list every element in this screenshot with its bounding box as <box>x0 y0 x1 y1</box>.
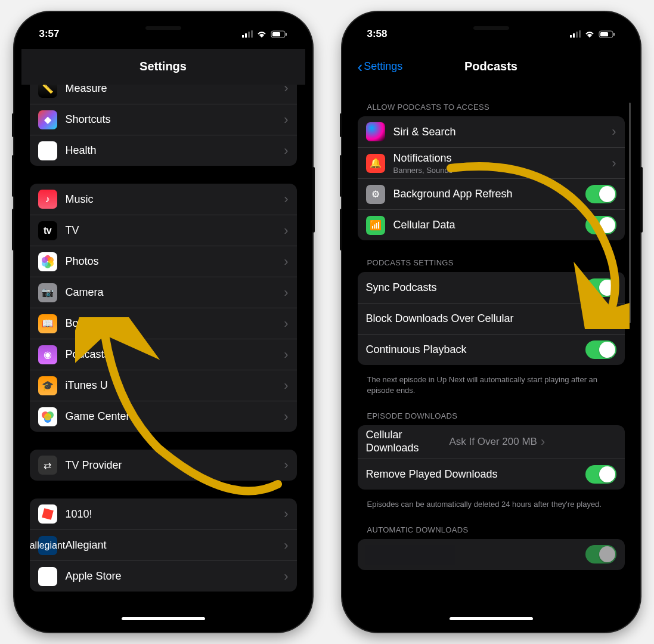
row-measure[interactable]: 📏 Measure › <box>30 85 297 104</box>
chevron-right-icon: › <box>284 538 288 553</box>
podcasts-content[interactable]: ALLOW PODCASTS TO ACCESS Siri & Search ›… <box>349 85 633 625</box>
music-icon: ♪ <box>38 190 57 209</box>
chevron-right-icon: › <box>284 409 288 425</box>
nav-header: Settings <box>21 49 305 85</box>
svg-rect-5 <box>286 33 287 36</box>
row-applestore[interactable]: Apple Store › <box>30 561 297 592</box>
row-label: Apple Store <box>66 570 284 583</box>
volume-down <box>12 209 14 250</box>
row-label: Continuous Playback <box>366 343 585 356</box>
chevron-right-icon: › <box>284 457 288 473</box>
toggle-block-cellular[interactable] <box>585 309 616 328</box>
row-allegiant[interactable]: allegiant Allegiant › <box>30 530 297 561</box>
app-applestore-icon <box>38 567 57 586</box>
camera-icon: 📷 <box>38 283 57 302</box>
health-icon: ♥ <box>38 141 57 160</box>
section-header: AUTOMATIC DOWNLOADS <box>358 525 625 539</box>
row-tv-provider[interactable]: ⇄ TV Provider › <box>30 450 297 481</box>
itunesu-icon: 🎓 <box>38 376 57 395</box>
volume-down <box>340 209 342 250</box>
chevron-right-icon: › <box>284 223 288 239</box>
row-label: Remove Played Downloads <box>366 468 585 481</box>
svg-rect-17 <box>613 33 615 36</box>
svg-rect-12 <box>570 35 572 38</box>
ringer-switch <box>12 113 14 137</box>
row-photos[interactable]: Photos › <box>30 246 297 277</box>
row-sublabel: Banners, Sounds <box>393 166 612 175</box>
svg-rect-18 <box>600 32 608 36</box>
row-label: Game Center <box>66 410 284 423</box>
settings-content[interactable]: 📏 Measure › ◆ Shortcuts › ♥ Health › <box>21 85 305 625</box>
row-background-refresh[interactable]: ⚙ Background App Refresh <box>358 178 625 209</box>
row-label: Podcasts <box>66 348 284 361</box>
automatic-downloads-group <box>358 539 625 570</box>
toggle-cellular-data[interactable] <box>585 216 616 234</box>
row-label <box>366 548 585 561</box>
row-remove-played[interactable]: Remove Played Downloads <box>358 459 625 490</box>
row-gamecenter[interactable]: Game Center › <box>30 401 297 432</box>
chevron-right-icon: › <box>284 347 288 363</box>
row-1010[interactable]: 1010! › <box>30 499 297 530</box>
chevron-right-icon: › <box>612 124 616 140</box>
row-cellular-data[interactable]: 📶 Cellular Data <box>358 209 625 240</box>
row-music[interactable]: ♪ Music › <box>30 184 297 215</box>
row-health[interactable]: ♥ Health › <box>30 135 297 166</box>
episode-downloads-group: Cellular Downloads Ask If Over 200 MB › … <box>358 425 625 489</box>
measure-icon: 📏 <box>38 85 57 98</box>
row-books[interactable]: 📖 Books › <box>30 308 297 339</box>
status-time: 3:58 <box>367 28 388 40</box>
chevron-right-icon: › <box>284 191 288 207</box>
row-automatic-item[interactable] <box>358 539 625 570</box>
row-notifications[interactable]: 🔔 Notifications Banners, Sounds › <box>358 147 625 178</box>
svg-rect-2 <box>248 32 250 38</box>
row-label: Notifications <box>393 152 612 165</box>
row-podcasts[interactable]: ◉ Podcasts › <box>30 339 297 370</box>
cellular-signal-icon <box>242 30 253 38</box>
svg-rect-13 <box>573 33 575 38</box>
notch <box>113 19 214 39</box>
chevron-left-icon: ‹ <box>358 59 363 75</box>
toggle-automatic[interactable] <box>585 545 616 564</box>
toggle-remove-played[interactable] <box>585 465 616 484</box>
settings-group: 1010! › allegiant Allegiant › Apple Stor… <box>30 499 297 592</box>
row-label: Shortcuts <box>66 113 284 126</box>
podcasts-settings-group: Sync Podcasts Block Downloads Over Cellu… <box>358 272 625 365</box>
row-shortcuts[interactable]: ◆ Shortcuts › <box>30 104 297 135</box>
home-indicator[interactable] <box>450 617 533 620</box>
row-itunesu[interactable]: 🎓 iTunes U › <box>30 370 297 401</box>
row-label: Cellular Data <box>393 219 585 231</box>
nav-header: ‹ Settings Podcasts <box>349 49 633 85</box>
row-label: Photos <box>66 255 284 268</box>
gamecenter-icon <box>38 407 57 426</box>
row-label: TV Provider <box>66 459 284 472</box>
gear-icon: ⚙ <box>366 185 385 204</box>
row-label: Background App Refresh <box>393 188 585 200</box>
power-button <box>312 167 315 233</box>
chevron-right-icon: › <box>284 254 288 270</box>
battery-icon <box>271 30 287 38</box>
row-tv[interactable]: tv TV › <box>30 215 297 246</box>
home-indicator[interactable] <box>122 617 205 620</box>
row-label: Music <box>66 193 284 206</box>
toggle-background-refresh[interactable] <box>585 185 616 203</box>
section-footer: The next episode in Up Next will automat… <box>358 370 625 396</box>
row-block-cellular[interactable]: Block Downloads Over Cellular <box>358 303 625 334</box>
app-allegiant-icon: allegiant <box>38 536 57 555</box>
row-continuous-playback[interactable]: Continuous Playback <box>358 334 625 365</box>
back-button[interactable]: ‹ Settings <box>358 59 403 75</box>
access-group: Siri & Search › 🔔 Notifications Banners,… <box>358 116 625 240</box>
svg-rect-1 <box>245 33 247 38</box>
row-cellular-downloads[interactable]: Cellular Downloads Ask If Over 200 MB › <box>358 425 625 458</box>
toggle-continuous-playback[interactable] <box>585 340 616 359</box>
row-camera[interactable]: 📷 Camera › <box>30 277 297 308</box>
row-siri-search[interactable]: Siri & Search › <box>358 116 625 147</box>
phone-right: 3:58 ‹ Settings Podcasts ALLOW PODCASTS … <box>342 12 640 632</box>
row-label: Books <box>66 317 284 330</box>
row-detail: Ask If Over 200 MB <box>450 436 537 448</box>
toggle-sync-podcasts[interactable] <box>585 278 616 297</box>
scrollbar[interactable] <box>629 103 631 323</box>
row-sync-podcasts[interactable]: Sync Podcasts <box>358 272 625 303</box>
section-header: EPISODE DOWNLOADS <box>358 411 625 425</box>
svg-rect-6 <box>272 32 280 36</box>
battery-icon <box>599 30 615 38</box>
